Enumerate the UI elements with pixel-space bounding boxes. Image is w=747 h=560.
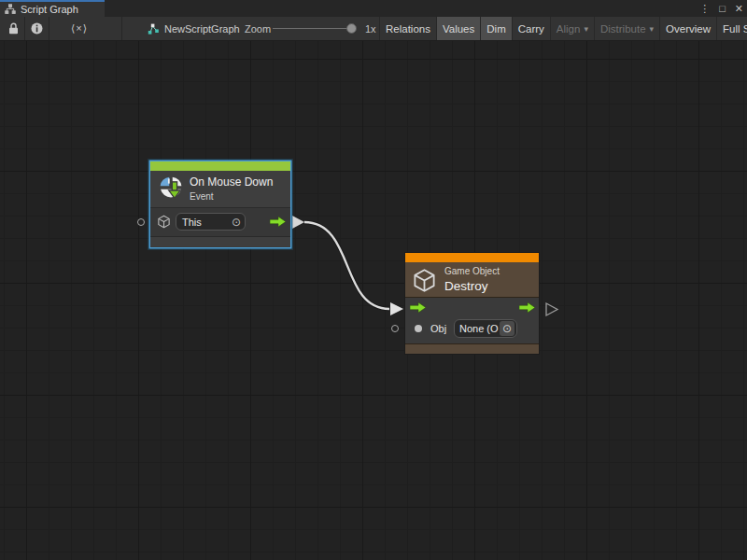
window-menu-icon[interactable]: ⋮ <box>699 0 710 17</box>
tab-script-graph[interactable]: Script Graph <box>0 0 105 17</box>
toolbar-separator <box>121 17 122 40</box>
graph-asset-icon <box>148 23 159 35</box>
view-buttons-group: Relations Values Dim Carry Align ▾ Distr… <box>379 17 747 40</box>
event-node-body: This ⊙ <box>150 208 290 236</box>
destroy-node-category: Game Object <box>444 266 500 276</box>
relations-button[interactable]: Relations <box>379 17 436 40</box>
values-button[interactable]: Values <box>436 17 480 40</box>
event-node-subtitle: Event <box>190 191 273 202</box>
chevron-down-icon: ▾ <box>650 24 655 34</box>
destroy-node-body: Obj None (O ⊙ <box>405 298 539 343</box>
gameobject-cube-icon <box>157 215 171 229</box>
window-controls: ⋮ □ ✕ <box>699 0 743 17</box>
lock-icon <box>8 22 19 35</box>
graph-breadcrumb[interactable]: NewScriptGraph <box>148 17 240 40</box>
graph-toolbar: ⟨×⟩ NewScriptGraph Zoom 1x Relations <box>0 17 747 41</box>
hierarchy-graph-icon <box>5 4 16 15</box>
obj-field-value: None (O <box>459 323 499 334</box>
destroy-obj-input-port[interactable] <box>391 325 399 332</box>
carry-button[interactable]: Carry <box>512 17 550 40</box>
object-picker-button[interactable]: ⊙ <box>500 321 514 336</box>
close-icon[interactable]: ✕ <box>735 0 743 17</box>
flow-output-arrow-icon[interactable] <box>519 302 535 313</box>
code-icon: ⟨×⟩ <box>71 22 88 35</box>
destroy-node[interactable]: Game Object Destroy Obj None (O ⊙ <box>404 252 540 355</box>
tab-bar: Script Graph ⋮ □ ✕ <box>0 0 747 17</box>
align-dropdown[interactable]: Align ▾ <box>550 17 594 40</box>
fullscreen-button[interactable]: Full S <box>716 17 747 40</box>
flow-input-arrow-icon[interactable] <box>410 302 426 313</box>
event-node-footer <box>150 236 290 246</box>
event-node-title: On Mouse Down <box>190 175 273 189</box>
object-picker-icon: ⊙ <box>502 322 512 335</box>
script-graph-window: Script Graph ⋮ □ ✕ ⟨×⟩ <box>0 0 747 560</box>
event-node-on-mouse-down[interactable]: On Mouse Down Event This ⊙ <box>150 161 290 247</box>
toolbar-separator <box>24 17 25 40</box>
destroy-node-titles: Game Object Destroy <box>444 266 500 293</box>
destroy-node-header: Game Object Destroy <box>405 262 539 298</box>
dim-button[interactable]: Dim <box>480 17 511 40</box>
mouse-down-icon <box>158 175 184 201</box>
event-node-titles: On Mouse Down Event <box>190 175 273 202</box>
maximize-icon[interactable]: □ <box>719 0 726 17</box>
zoom-slider-thumb[interactable] <box>346 23 357 34</box>
graph-canvas[interactable] <box>0 41 747 560</box>
info-icon <box>31 22 43 35</box>
destroy-accent-bar <box>405 253 539 262</box>
event-target-input-port[interactable] <box>137 218 145 226</box>
event-node-header: On Mouse Down Event <box>150 171 290 208</box>
obj-port-dot[interactable] <box>415 325 422 332</box>
destroy-node-title: Destroy <box>444 279 500 293</box>
lock-button[interactable] <box>5 17 21 40</box>
code-view-button[interactable]: ⟨×⟩ <box>63 17 95 40</box>
obj-object-field[interactable]: None (O ⊙ <box>454 319 517 338</box>
zoom-label: Zoom <box>245 17 271 40</box>
obj-param-label: Obj <box>430 323 446 334</box>
event-target-field[interactable]: This ⊙ <box>176 213 246 231</box>
overview-button[interactable]: Overview <box>659 17 716 40</box>
info-button[interactable] <box>28 17 45 40</box>
flow-output-arrow-icon[interactable] <box>270 217 286 227</box>
tab-title: Script Graph <box>21 4 78 15</box>
event-target-value: This <box>182 217 202 228</box>
chevron-down-icon: ▾ <box>584 24 588 34</box>
object-picker-icon[interactable]: ⊙ <box>232 217 241 228</box>
distribute-dropdown[interactable]: Distribute ▾ <box>594 17 659 40</box>
toolbar-separator <box>49 17 49 40</box>
zoom-value: 1x <box>365 17 376 40</box>
gameobject-cube-icon <box>412 268 437 293</box>
event-accent-bar <box>150 161 290 171</box>
destroy-node-footer <box>405 343 539 354</box>
zoom-slider-track[interactable] <box>273 28 353 29</box>
graph-name: NewScriptGraph <box>164 23 240 35</box>
